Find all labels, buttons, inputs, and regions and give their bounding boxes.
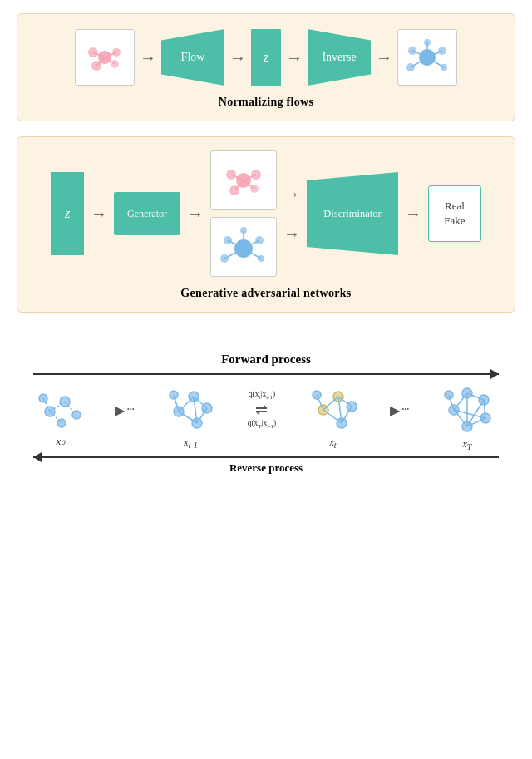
gan-arrow-bot: → <box>283 225 300 242</box>
fp-xT-group: xT <box>437 380 497 451</box>
nf-title: Normalizing flows <box>34 96 498 109</box>
fake-label: Fake <box>444 214 465 227</box>
gan-pink-blob <box>216 155 271 205</box>
pink-blob-svg <box>80 34 130 81</box>
fp-reverse-label: Reverse process <box>33 461 499 475</box>
fp-x0-group: x₀ <box>35 383 86 448</box>
svg-line-77 <box>454 393 467 410</box>
gan-discriminator-block: Discriminator <box>307 172 398 255</box>
gan-arrow-top: → <box>283 185 300 202</box>
gan-arrow-3: → <box>405 205 421 222</box>
svg-line-54 <box>179 397 194 412</box>
gan-real-image <box>210 150 277 210</box>
fp-dots-1: ▶ ··· <box>115 402 134 418</box>
real-label: Real <box>445 200 465 212</box>
formula-bot: q(xT|xt-1) <box>248 419 277 430</box>
gan-arrow-1: → <box>91 205 107 222</box>
forward-process-section: Forward process x₀ <box>17 328 515 475</box>
fp-title: Forward process <box>33 352 499 367</box>
fp-dots-2: ▶ ··· <box>390 402 409 418</box>
x0-label: x₀ <box>57 435 66 448</box>
fp-forward-arrow <box>33 373 499 375</box>
xt-graph <box>305 382 362 433</box>
fp-nodes-row: x₀ ▶ ··· <box>33 380 499 451</box>
fp-xl1-group: xl-1 <box>162 382 219 450</box>
xT-graph <box>437 380 497 435</box>
gan-layout-row: z → Generator → <box>31 150 501 277</box>
xt-label: xt <box>329 436 336 450</box>
nf-output-image <box>397 29 457 86</box>
svg-line-55 <box>194 397 207 408</box>
blue-network-svg <box>402 34 452 81</box>
xT-label: xT <box>463 438 472 451</box>
svg-line-56 <box>179 412 197 423</box>
fp-reverse-arrow-row <box>33 456 499 458</box>
xl1-graph <box>162 382 219 433</box>
gan-real-fake-box: Real Fake <box>428 185 481 242</box>
svg-line-47 <box>50 412 62 423</box>
x0-graph <box>35 383 86 431</box>
gan-images-col <box>210 150 277 277</box>
gan-arrow-2: → <box>187 205 204 222</box>
nf-inverse-block: Inverse <box>308 29 371 86</box>
fp-reverse-arrow <box>33 456 499 458</box>
gan-diagram: z → Generator → <box>17 136 515 313</box>
nf-input-image <box>75 29 135 86</box>
normalizing-flows-diagram: → Flow → z → Inverse → <box>17 13 515 121</box>
xl1-label: xl-1 <box>184 436 197 450</box>
gan-blue-network <box>216 222 271 272</box>
fp-forward-arrow-row <box>33 373 499 375</box>
svg-line-84 <box>454 410 485 418</box>
nf-flow-block: Flow <box>161 29 224 86</box>
svg-line-67 <box>323 410 342 423</box>
formula-top: q(xt|xt-1) <box>249 390 275 401</box>
gan-converge-arrows: → → <box>283 185 300 242</box>
arrow-2: → <box>229 49 246 66</box>
nf-z-block: z <box>251 29 281 86</box>
svg-line-65 <box>323 397 338 410</box>
gan-z-block: z <box>51 172 84 255</box>
gan-title: Generative adversarial networks <box>31 287 501 300</box>
arrow-1: → <box>140 49 156 66</box>
gan-generator-block: Generator <box>114 192 180 235</box>
gan-fake-image <box>210 217 277 277</box>
fp-formula-area: q(xt|xt-1) ⇌ q(xT|xt-1) <box>248 390 277 430</box>
fp-xt-group: xt <box>305 382 362 450</box>
arrow-4: → <box>376 49 392 66</box>
arrow-3: → <box>286 49 303 66</box>
nf-flow-row: → Flow → z → Inverse → <box>34 29 498 86</box>
